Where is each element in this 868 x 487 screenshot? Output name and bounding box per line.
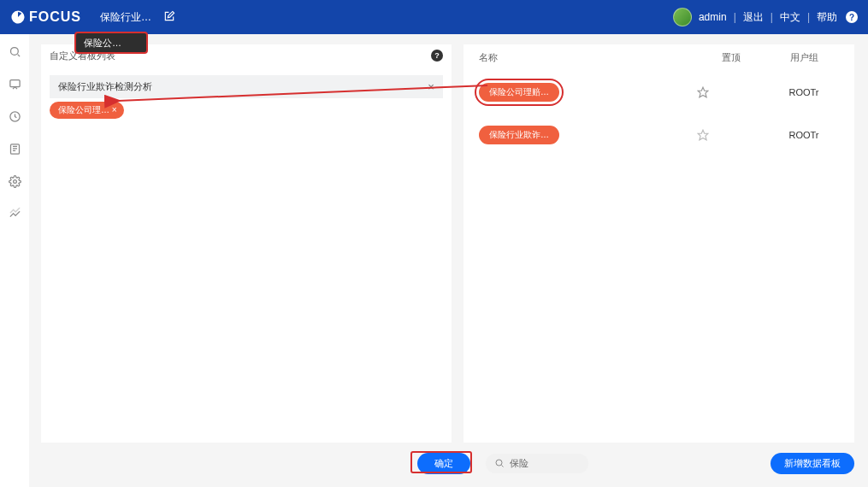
logo-icon [10, 9, 26, 25]
search-icon[interactable] [8, 44, 21, 58]
row-user: ROOTr [765, 130, 842, 140]
tab-active[interactable]: 保险公… [75, 32, 147, 53]
logout-link[interactable]: 退出 [743, 10, 764, 25]
svg-rect-1 [9, 79, 19, 86]
username[interactable]: admin [699, 11, 727, 23]
help-link[interactable]: 帮助 [817, 10, 837, 25]
search-input-value: 保险行业欺诈检测分析 [58, 80, 152, 93]
panel-catalog: 名称 置顶 用户组 保险公司理赔… ROOTr 保险行业欺诈… [464, 44, 854, 443]
col-user: 用户组 [765, 51, 842, 64]
edit-icon[interactable] [163, 10, 175, 25]
search-icon [494, 458, 505, 468]
table-row[interactable]: 保险行业欺诈… ROOTr [464, 114, 854, 156]
search-input[interactable]: 保险行业欺诈检测分析 × [50, 75, 443, 98]
col-pin: 置顶 [697, 51, 765, 64]
svg-marker-5 [698, 87, 708, 97]
bottom-search-value: 保险 [510, 457, 528, 470]
trend-icon[interactable] [8, 207, 21, 220]
row-pill[interactable]: 保险行业欺诈… [479, 126, 559, 144]
star-icon[interactable] [697, 129, 765, 141]
chip-label: 保险公司理… × [58, 104, 117, 116]
row-pill[interactable]: 保险公司理赔… [479, 83, 559, 102]
table-row[interactable]: 保险公司理赔… ROOTr [464, 71, 854, 114]
breadcrumb[interactable]: 保险行业… [100, 10, 151, 25]
help-badge-icon[interactable]: ? [846, 11, 858, 23]
row-user: ROOTr [765, 87, 842, 97]
chat-icon[interactable] [8, 77, 21, 91]
row-name: 保险行业欺诈… [489, 129, 549, 141]
logo-text: FOCUS [29, 9, 81, 25]
confirm-button[interactable]: 确定 [417, 453, 470, 474]
clock-icon[interactable] [8, 109, 21, 123]
lang-link[interactable]: 中文 [780, 10, 800, 25]
confirm-label: 确定 [434, 458, 453, 468]
add-label: 新增数据看板 [784, 458, 841, 468]
selected-chip[interactable]: 保险公司理… × [50, 102, 124, 119]
avatar[interactable] [673, 8, 692, 26]
svg-point-7 [496, 460, 502, 466]
bottom-search-input[interactable]: 保险 [486, 454, 588, 473]
svg-point-4 [13, 179, 16, 183]
row-name: 保险公司理赔… [489, 86, 549, 98]
gear-icon[interactable] [8, 174, 21, 188]
data-icon[interactable] [8, 142, 21, 155]
col-name: 名称 [479, 51, 697, 64]
svg-marker-6 [698, 130, 708, 140]
help-icon[interactable]: ? [431, 50, 443, 62]
star-icon[interactable] [697, 86, 765, 98]
logo: FOCUS [10, 9, 81, 25]
tab-active-label: 保险公… [84, 37, 121, 50]
table-header: 名称 置顶 用户组 [464, 44, 854, 71]
clear-icon[interactable]: × [428, 80, 434, 93]
svg-point-0 [10, 47, 18, 55]
panel-custom-list: 自定义看板列表 ? 保险行业欺诈检测分析 × 保险公司理… × [41, 44, 452, 443]
add-dashboard-button[interactable]: 新增数据看板 [771, 453, 854, 474]
